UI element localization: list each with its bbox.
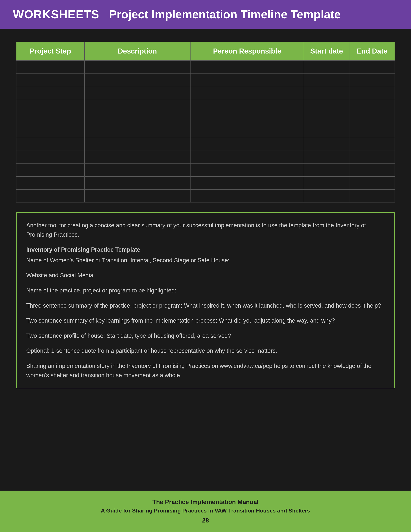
footer-subtitle: A Guide for Sharing Promising Practices … xyxy=(13,507,398,514)
table-cell xyxy=(84,125,190,138)
table-cell xyxy=(84,99,190,112)
table-cell xyxy=(84,60,190,73)
table-cell xyxy=(304,112,349,125)
info-field6: Two sentence profile of house: Start dat… xyxy=(26,331,385,341)
table-cell xyxy=(349,60,395,73)
table-cell xyxy=(190,125,304,138)
table-cell xyxy=(84,190,190,202)
worksheets-label: WORKSHEETS xyxy=(13,8,99,21)
table-cell xyxy=(304,177,349,190)
table-cell xyxy=(84,138,190,151)
info-field8: Sharing an implementation story in the I… xyxy=(26,361,385,380)
timeline-table: Project Step Description Person Responsi… xyxy=(16,42,395,202)
table-cell xyxy=(190,99,304,112)
table-cell xyxy=(84,73,190,86)
footer: The Practice Implementation Manual A Gui… xyxy=(0,491,411,532)
info-field4: Three sentence summary of the practice, … xyxy=(26,301,385,310)
table-cell xyxy=(16,177,84,190)
table-cell xyxy=(190,73,304,86)
table-cell xyxy=(16,164,84,177)
table-cell xyxy=(349,112,395,125)
info-intro: Another tool for creating a concise and … xyxy=(26,221,385,239)
table-cell xyxy=(304,99,349,112)
table-cell xyxy=(304,73,349,86)
col-header-person-responsible: Person Responsible xyxy=(190,42,304,60)
table-cell xyxy=(84,164,190,177)
footer-page-number: 28 xyxy=(13,517,398,524)
table-cell xyxy=(190,60,304,73)
table-cell xyxy=(304,151,349,164)
table-cell xyxy=(16,151,84,164)
table-cell xyxy=(349,125,395,138)
table-cell xyxy=(190,177,304,190)
table-cell xyxy=(349,73,395,86)
table-cell xyxy=(16,60,84,73)
table-cell xyxy=(16,125,84,138)
table-cell xyxy=(16,73,84,86)
table-cell xyxy=(190,86,304,99)
table-cell xyxy=(304,164,349,177)
table-cell xyxy=(349,151,395,164)
col-header-end-date: End Date xyxy=(349,42,395,60)
header-banner: WORKSHEETS Project Implementation Timeli… xyxy=(0,0,411,29)
table-cell xyxy=(84,86,190,99)
table-cell xyxy=(16,190,84,202)
table-cell xyxy=(84,151,190,164)
table-cell xyxy=(84,177,190,190)
table-cell xyxy=(190,112,304,125)
col-header-start-date: Start date xyxy=(304,42,349,60)
table-cell xyxy=(304,86,349,99)
table-cell xyxy=(349,138,395,151)
table-cell xyxy=(304,138,349,151)
table-cell xyxy=(304,190,349,202)
table-cell xyxy=(16,112,84,125)
table-cell xyxy=(304,125,349,138)
info-field5: Two sentence summary of key learnings fr… xyxy=(26,316,385,325)
info-box: Another tool for creating a concise and … xyxy=(16,212,395,388)
col-header-project-step: Project Step xyxy=(16,42,84,60)
page-title: Project Implementation Timeline Template xyxy=(109,8,341,21)
table-cell xyxy=(190,151,304,164)
info-field2: Website and Social Media: xyxy=(26,271,385,280)
table-cell xyxy=(349,177,395,190)
main-content: Project Step Description Person Responsi… xyxy=(0,29,411,491)
table-cell xyxy=(349,190,395,202)
col-header-description: Description xyxy=(84,42,190,60)
table-cell xyxy=(84,112,190,125)
table-cell xyxy=(349,164,395,177)
info-field1: Name of Women's Shelter or Transition, I… xyxy=(26,256,385,265)
info-field3: Name of the practice, project or program… xyxy=(26,286,385,295)
table-cell xyxy=(349,99,395,112)
footer-title: The Practice Implementation Manual xyxy=(13,499,398,505)
table-cell xyxy=(304,60,349,73)
table-cell xyxy=(16,86,84,99)
table-cell xyxy=(349,86,395,99)
table-cell xyxy=(190,190,304,202)
table-cell xyxy=(190,138,304,151)
info-field7: Optional: 1-sentence quote from a partic… xyxy=(26,346,385,355)
table-cell xyxy=(16,99,84,112)
info-section-title: Inventory of Promising Practice Template xyxy=(26,245,385,254)
table-cell xyxy=(190,164,304,177)
table-cell xyxy=(16,138,84,151)
